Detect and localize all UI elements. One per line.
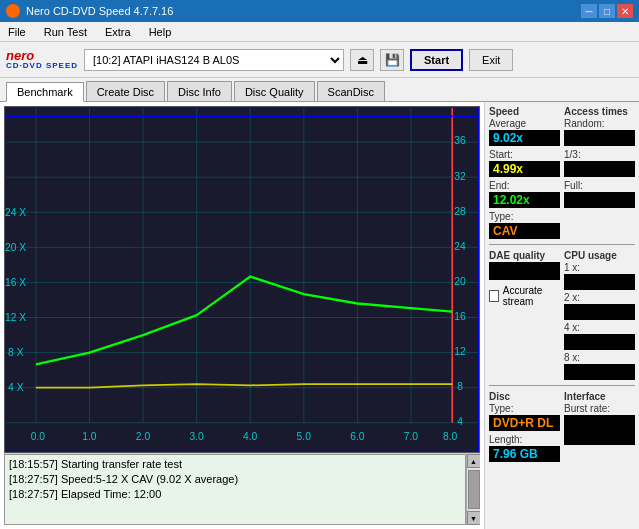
- svg-text:16 X: 16 X: [5, 275, 27, 288]
- svg-text:5.0: 5.0: [297, 430, 311, 443]
- exit-button[interactable]: Exit: [469, 49, 513, 71]
- svg-text:8 X: 8 X: [8, 345, 24, 358]
- maximize-button[interactable]: □: [599, 4, 615, 18]
- window-controls: ─ □ ✕: [581, 4, 633, 18]
- cpu-label: CPU usage: [564, 250, 635, 261]
- access-times-section: Access times Random: 1/3: Full:: [564, 106, 635, 239]
- svg-text:0.0: 0.0: [31, 430, 45, 443]
- full-label: Full:: [564, 180, 635, 191]
- disc-type-label: Type:: [489, 403, 560, 414]
- accurate-stream-checkbox[interactable]: [489, 290, 499, 302]
- menu-file[interactable]: File: [4, 24, 30, 40]
- cpu-1x-label: 1 x:: [564, 262, 635, 273]
- close-button[interactable]: ✕: [617, 4, 633, 18]
- log-scrollbar: ▲ ▼: [466, 454, 480, 525]
- eject-icon-btn[interactable]: ⏏: [350, 49, 374, 71]
- cpu-2x-label: 2 x:: [564, 292, 635, 303]
- interface-section: Interface Burst rate:: [564, 391, 635, 462]
- svg-text:20 X: 20 X: [5, 240, 27, 253]
- dae-label: DAE quality: [489, 250, 560, 261]
- dae-value: [489, 262, 560, 280]
- cpu-4x-label: 4 x:: [564, 322, 635, 333]
- svg-text:16: 16: [454, 309, 465, 322]
- chart-container: 4 X 8 X 12 X 16 X 20 X 24 X 4 8 12 16 20…: [4, 106, 480, 453]
- disc-label: Disc: [489, 391, 560, 402]
- log-line-2: [18:27:57] Speed:5-12 X CAV (9.02 X aver…: [9, 472, 461, 487]
- minimize-button[interactable]: ─: [581, 4, 597, 18]
- tabs-bar: Benchmark Create Disc Disc Info Disc Qua…: [0, 78, 639, 102]
- disc-type-value: DVD+R DL: [489, 415, 560, 431]
- full-value: [564, 192, 635, 208]
- svg-text:36: 36: [454, 134, 465, 147]
- save-icon-btn[interactable]: 💾: [380, 49, 404, 71]
- svg-text:8.0: 8.0: [443, 430, 457, 443]
- cpu-4x-value: [564, 334, 635, 350]
- chart-area: 4 X 8 X 12 X 16 X 20 X 24 X 4 8 12 16 20…: [0, 102, 484, 529]
- menu-extra[interactable]: Extra: [101, 24, 135, 40]
- divider-2: [489, 385, 635, 386]
- scroll-up-button[interactable]: ▲: [467, 454, 481, 468]
- onethird-label: 1/3:: [564, 149, 635, 160]
- cpu-1x-value: [564, 274, 635, 290]
- cpu-section: CPU usage 1 x: 2 x: 4 x: 8 x:: [564, 250, 635, 380]
- svg-text:1.0: 1.0: [82, 430, 96, 443]
- end-value: 12.02x: [489, 192, 560, 208]
- accurate-stream-label: Accurate stream: [503, 285, 560, 307]
- nero-logo: nero CD·DVD SPEED: [6, 49, 78, 70]
- svg-text:4 X: 4 X: [8, 381, 24, 394]
- scroll-thumb[interactable]: [468, 470, 480, 509]
- type-label: Type:: [489, 211, 560, 222]
- accurate-stream-row: Accurate stream: [489, 285, 560, 307]
- average-label: Average: [489, 118, 560, 129]
- right-panel: Speed Average 9.02x Start: 4.99x End: 12…: [484, 102, 639, 529]
- speed-section: Speed Average 9.02x Start: 4.99x End: 12…: [489, 106, 560, 239]
- divider-1: [489, 244, 635, 245]
- svg-text:3.0: 3.0: [189, 430, 203, 443]
- log-line-1: [18:15:57] Starting transfer rate test: [9, 457, 461, 472]
- cdspeed-logo-text: CD·DVD SPEED: [6, 62, 78, 70]
- burst-rate-label: Burst rate:: [564, 403, 635, 414]
- tab-create-disc[interactable]: Create Disc: [86, 81, 165, 101]
- svg-text:2.0: 2.0: [136, 430, 150, 443]
- log-line-3: [18:27:57] Elapsed Time: 12:00: [9, 487, 461, 502]
- svg-text:4: 4: [457, 414, 463, 427]
- menu-bar: File Run Test Extra Help: [0, 22, 639, 42]
- log-area: [18:15:57] Starting transfer rate test […: [4, 453, 480, 525]
- end-label: End:: [489, 180, 560, 191]
- type-value: CAV: [489, 223, 560, 239]
- random-label: Random:: [564, 118, 635, 129]
- disc-length-label: Length:: [489, 434, 560, 445]
- start-label: Start:: [489, 149, 560, 160]
- scroll-down-button[interactable]: ▼: [467, 511, 481, 525]
- start-button[interactable]: Start: [410, 49, 463, 71]
- svg-rect-0: [5, 107, 479, 452]
- burst-rate-value: [564, 415, 635, 445]
- access-times-label: Access times: [564, 106, 635, 117]
- cpu-8x-label: 8 x:: [564, 352, 635, 363]
- onethird-value: [564, 161, 635, 177]
- svg-text:12: 12: [454, 344, 465, 357]
- svg-text:8: 8: [457, 379, 463, 392]
- disc-length-value: 7.96 GB: [489, 446, 560, 462]
- chart-svg: 4 X 8 X 12 X 16 X 20 X 24 X 4 8 12 16 20…: [5, 107, 479, 452]
- random-value: [564, 130, 635, 146]
- tab-scan-disc[interactable]: ScanDisc: [317, 81, 385, 101]
- svg-text:24: 24: [454, 239, 465, 252]
- average-value: 9.02x: [489, 130, 560, 146]
- interface-label: Interface: [564, 391, 635, 402]
- tab-disc-quality[interactable]: Disc Quality: [234, 81, 315, 101]
- tab-benchmark[interactable]: Benchmark: [6, 82, 84, 102]
- menu-run-test[interactable]: Run Test: [40, 24, 91, 40]
- main-content: 4 X 8 X 12 X 16 X 20 X 24 X 4 8 12 16 20…: [0, 102, 639, 529]
- tab-disc-info[interactable]: Disc Info: [167, 81, 232, 101]
- toolbar: nero CD·DVD SPEED [10:2] ATAPI iHAS124 B…: [0, 42, 639, 78]
- start-value: 4.99x: [489, 161, 560, 177]
- svg-text:20: 20: [454, 274, 465, 287]
- app-icon: [6, 4, 20, 18]
- svg-text:4.0: 4.0: [243, 430, 257, 443]
- cpu-2x-value: [564, 304, 635, 320]
- dae-section: DAE quality Accurate stream: [489, 250, 560, 380]
- svg-text:24 X: 24 X: [5, 205, 27, 218]
- drive-select[interactable]: [10:2] ATAPI iHAS124 B AL0S: [84, 49, 344, 71]
- menu-help[interactable]: Help: [145, 24, 176, 40]
